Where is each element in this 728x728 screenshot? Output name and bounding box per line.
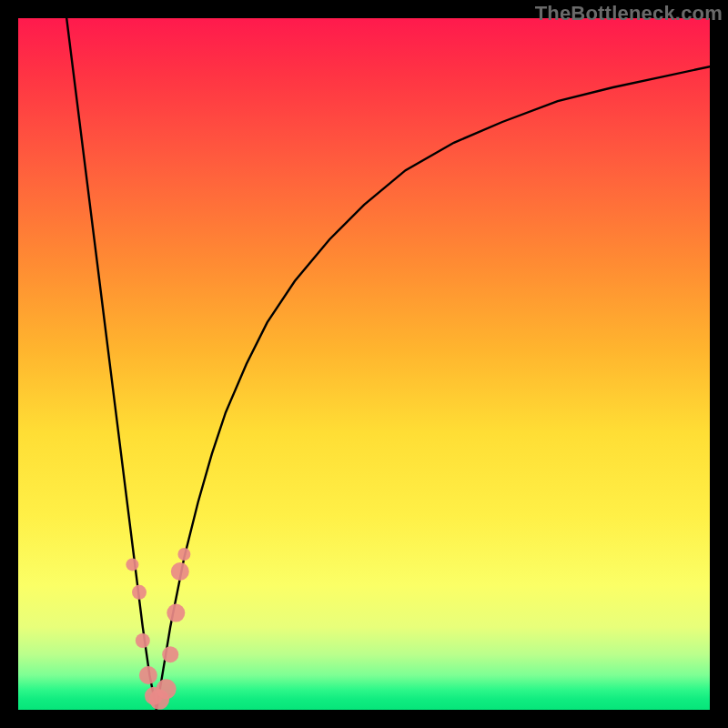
scatter-dot <box>171 562 189 581</box>
scatter-dot <box>136 633 150 648</box>
curve-left-branch <box>66 18 157 710</box>
scatter-dot <box>167 604 185 622</box>
scatter-dot <box>157 679 177 699</box>
scatter-dot <box>177 548 190 561</box>
curve-right-branch <box>157 66 710 710</box>
scatter-dot <box>126 558 138 571</box>
plot-area <box>18 18 710 710</box>
scatter-dot <box>162 646 178 662</box>
watermark-text: TheBottleneck.com <box>535 2 723 25</box>
curve-layer <box>18 18 710 710</box>
scatter-dot <box>132 585 147 600</box>
scatter-dot <box>139 666 157 684</box>
chart-frame: TheBottleneck.com <box>0 0 728 728</box>
